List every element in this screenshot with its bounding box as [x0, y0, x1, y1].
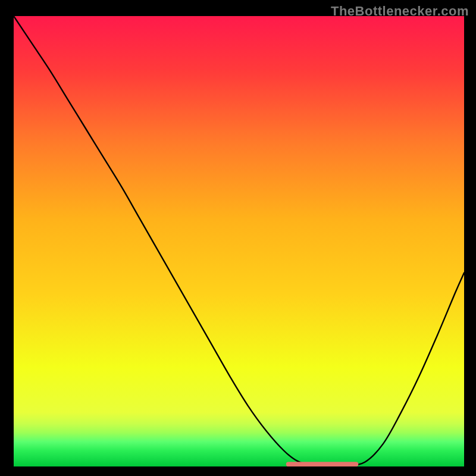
chart-svg — [14, 16, 464, 466]
plot-area — [14, 16, 464, 466]
gradient-background — [14, 16, 464, 466]
chart-stage: TheBottlenecker.com — [0, 0, 476, 476]
watermark-text: TheBottlenecker.com — [331, 4, 469, 19]
